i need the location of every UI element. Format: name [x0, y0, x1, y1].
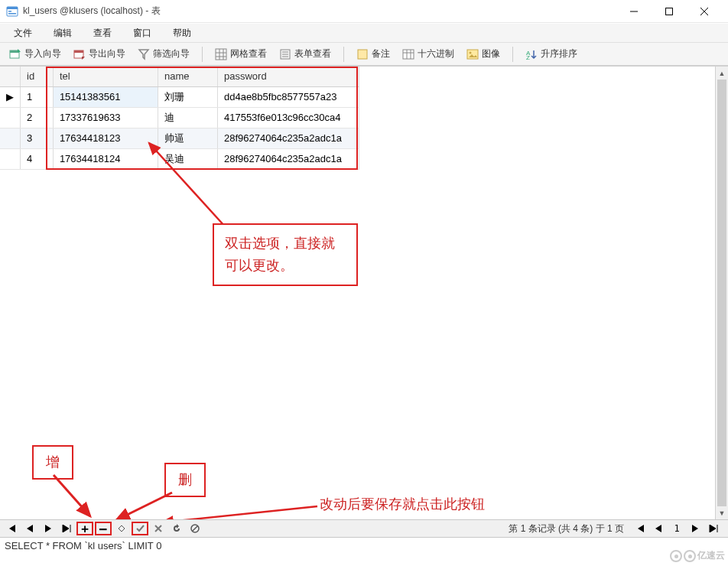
filter-label: 筛选向导 — [153, 47, 190, 60]
menu-edit[interactable]: 编辑 — [43, 24, 83, 43]
close-button[interactable] — [687, 0, 722, 23]
cell-tel[interactable]: 17634418124 — [53, 148, 158, 169]
cell-tel-editing[interactable]: 15141383561 — [53, 86, 158, 107]
filter-wizard-button[interactable]: 筛选向导 — [133, 45, 194, 63]
cell-password[interactable]: dd4ae8b5fbc8577557a23 — [217, 86, 359, 107]
page-first-button[interactable] — [632, 522, 648, 535]
scroll-down-button[interactable]: ▼ — [716, 506, 728, 519]
watermark-text: 亿速云 — [697, 549, 725, 562]
memo-button[interactable]: 备注 — [352, 45, 395, 63]
cell-tel[interactable]: 17634418123 — [53, 128, 158, 148]
watermark-icon — [684, 550, 696, 562]
grid-view-button[interactable]: 网格查看 — [210, 45, 271, 63]
svg-rect-5 — [666, 8, 673, 15]
table-row[interactable]: 4 17634418124 吴迪 28f96274064c235a2adc1a — [0, 148, 359, 169]
annotation-add-box: 增 — [32, 445, 73, 480]
annotation-dblclick-text: 双击选项，直接就可以更改。 — [225, 236, 335, 273]
cell-name[interactable]: 帅逼 — [158, 128, 217, 148]
svg-point-27 — [470, 51, 472, 54]
cell-name[interactable]: 迪 — [158, 107, 217, 128]
page-prev-button[interactable] — [650, 522, 667, 535]
window-controls — [616, 0, 722, 23]
column-header-password[interactable]: password — [217, 67, 359, 86]
row-marker-current: ▶ — [0, 86, 21, 107]
sort-asc-button[interactable]: AZ 升序排序 — [521, 45, 582, 63]
title-bar: kl_users @klusers (localhost) - 表 — [0, 0, 728, 23]
nav-stop-button[interactable] — [187, 522, 203, 535]
scroll-up-button[interactable]: ▲ — [716, 67, 728, 80]
sql-text: SELECT * FROM `kl users` LIMIT 0 — [5, 540, 161, 551]
annotation-del-text: 删 — [178, 472, 192, 487]
annotation-del-box: 删 — [164, 463, 206, 497]
menu-window[interactable]: 窗口 — [122, 24, 162, 43]
cell-id[interactable]: 4 — [21, 148, 54, 169]
nav-first-button[interactable] — [3, 522, 20, 535]
memo-label: 备注 — [372, 47, 390, 60]
watermark-icon — [670, 550, 682, 562]
toolbar-separator — [343, 47, 344, 62]
svg-rect-3 — [8, 13, 16, 15]
cell-id[interactable]: 2 — [21, 107, 54, 128]
import-icon — [9, 48, 21, 60]
page-count-button[interactable]: 1 — [668, 522, 685, 535]
svg-rect-2 — [8, 11, 11, 12]
menu-view[interactable]: 查看 — [83, 24, 122, 43]
nav-cancel-button[interactable] — [150, 522, 167, 535]
cell-tel[interactable]: 17337619633 — [53, 107, 158, 128]
toolbar-separator — [202, 47, 203, 62]
svg-rect-22 — [403, 50, 414, 59]
nav-add-button[interactable]: + — [76, 522, 93, 535]
svg-rect-11 — [74, 50, 83, 53]
export-wizard-button[interactable]: 导出向导 — [69, 45, 130, 63]
page-last-button[interactable] — [705, 522, 722, 535]
nav-next-button[interactable] — [40, 522, 57, 535]
column-header-tel[interactable]: tel — [53, 67, 158, 86]
sort-label: 升序排序 — [541, 47, 577, 60]
annotation-add-text: 增 — [46, 454, 60, 470]
nav-delete-button[interactable]: − — [95, 522, 112, 535]
scroll-thumb[interactable] — [717, 80, 726, 506]
table-row[interactable]: 2 17337619633 迪 417553f6e013c96cc30ca4 — [0, 107, 359, 128]
row-marker — [0, 128, 21, 148]
window-title: kl_users @klusers (localhost) - 表 — [23, 5, 616, 18]
table-row[interactable]: 3 17634418123 帅逼 28f96274064c235a2adc1a — [0, 128, 359, 148]
form-view-button[interactable]: 表单查看 — [275, 45, 336, 63]
toolbar: 导入向导 导出向导 筛选向导 网格查看 表单查看 备注 十六进制 图像 AZ 升… — [0, 43, 728, 66]
nav-pager: 1 — [632, 522, 722, 535]
nav-commit-button[interactable] — [132, 522, 148, 535]
cell-password[interactable]: 28f96274064c235a2adc1a — [217, 128, 359, 148]
menu-help[interactable]: 帮助 — [162, 24, 202, 43]
formview-label: 表单查看 — [294, 47, 331, 60]
export-label: 导出向导 — [89, 47, 125, 60]
nav-edit-button[interactable] — [113, 522, 130, 535]
cell-name[interactable]: 吴迪 — [158, 148, 217, 169]
row-marker-header — [0, 67, 21, 86]
annotation-save-text: 改动后要保存就点击此按钮 — [320, 495, 485, 513]
cell-password[interactable]: 417553f6e013c96cc30ca4 — [217, 107, 359, 128]
nav-refresh-button[interactable] — [168, 522, 185, 535]
column-header-name[interactable]: name — [158, 67, 217, 86]
column-header-id[interactable]: id — [21, 67, 54, 86]
cell-id[interactable]: 1 — [21, 86, 54, 107]
maximize-button[interactable] — [652, 0, 687, 23]
row-marker — [0, 148, 21, 169]
image-button[interactable]: 图像 — [462, 45, 505, 63]
grid-area: id tel name password ▶ 1 15141383561 刘珊 … — [0, 66, 728, 519]
cell-id[interactable]: 3 — [21, 128, 54, 148]
import-wizard-button[interactable]: 导入向导 — [5, 45, 66, 63]
cell-password[interactable]: 28f96274064c235a2adc1a — [217, 148, 359, 169]
page-next-button[interactable] — [687, 522, 704, 535]
nav-last-button[interactable] — [58, 522, 75, 535]
record-navigator: + − 第 1 条记录 (共 4 条) 于 1 页 1 — [0, 519, 728, 538]
svg-rect-26 — [467, 50, 478, 59]
hex-button[interactable]: 十六进制 — [398, 45, 459, 63]
data-table[interactable]: id tel name password ▶ 1 15141383561 刘珊 … — [0, 67, 359, 170]
nav-prev-button[interactable] — [21, 522, 38, 535]
svg-text:Z: Z — [526, 54, 530, 60]
cell-name[interactable]: 刘珊 — [158, 86, 217, 107]
menu-file[interactable]: 文件 — [3, 24, 43, 43]
svg-line-31 — [54, 475, 90, 516]
vertical-scrollbar[interactable]: ▲ ▼ — [715, 67, 728, 519]
table-row[interactable]: ▶ 1 15141383561 刘珊 dd4ae8b5fbc8577557a23 — [0, 86, 359, 107]
minimize-button[interactable] — [616, 0, 652, 23]
